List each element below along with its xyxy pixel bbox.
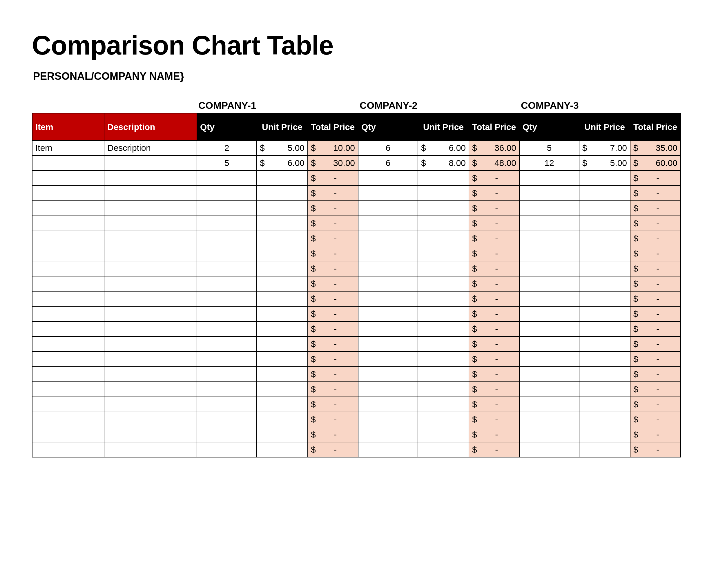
total-price-cell[interactable]: $-: [469, 352, 519, 367]
unit-price-cell[interactable]: $5.00: [579, 155, 630, 171]
qty-cell[interactable]: [197, 336, 257, 352]
unit-price-cell[interactable]: [579, 397, 630, 412]
unit-price-cell[interactable]: [418, 231, 469, 246]
qty-cell[interactable]: 6: [358, 155, 418, 171]
description-cell[interactable]: [104, 261, 197, 276]
qty-cell[interactable]: [197, 171, 257, 186]
total-price-cell[interactable]: $-: [469, 261, 519, 276]
item-cell[interactable]: [32, 412, 104, 427]
qty-cell[interactable]: [197, 186, 257, 201]
qty-cell[interactable]: [519, 216, 579, 231]
total-price-cell[interactable]: $-: [308, 261, 358, 276]
qty-cell[interactable]: [197, 382, 257, 397]
unit-price-cell[interactable]: [418, 367, 469, 382]
total-price-cell[interactable]: $-: [469, 397, 519, 412]
description-cell[interactable]: [104, 216, 197, 231]
unit-price-cell[interactable]: [257, 427, 308, 442]
qty-cell[interactable]: [197, 276, 257, 291]
unit-price-cell[interactable]: [418, 442, 469, 457]
qty-cell[interactable]: 12: [519, 155, 579, 171]
total-price-cell[interactable]: $48.00: [469, 155, 519, 171]
qty-cell[interactable]: [358, 186, 418, 201]
total-price-cell[interactable]: $-: [630, 246, 681, 261]
total-price-cell[interactable]: $-: [630, 412, 681, 427]
item-cell[interactable]: [32, 367, 104, 382]
total-price-cell[interactable]: $-: [308, 231, 358, 246]
qty-cell[interactable]: [197, 261, 257, 276]
total-price-cell[interactable]: $-: [308, 216, 358, 231]
total-price-cell[interactable]: $-: [308, 427, 358, 442]
qty-cell[interactable]: [358, 291, 418, 306]
total-price-cell[interactable]: $-: [469, 442, 519, 457]
qty-cell[interactable]: [519, 171, 579, 186]
total-price-cell[interactable]: $-: [630, 336, 681, 352]
qty-cell[interactable]: [519, 412, 579, 427]
total-price-cell[interactable]: $-: [469, 306, 519, 321]
total-price-cell[interactable]: $-: [308, 246, 358, 261]
total-price-cell[interactable]: $-: [469, 336, 519, 352]
qty-cell[interactable]: [519, 201, 579, 216]
unit-price-cell[interactable]: [579, 352, 630, 367]
description-cell[interactable]: [104, 291, 197, 306]
total-price-cell[interactable]: $35.00: [630, 141, 681, 155]
description-cell[interactable]: [104, 352, 197, 367]
qty-cell[interactable]: [358, 412, 418, 427]
item-cell[interactable]: [32, 231, 104, 246]
qty-cell[interactable]: [358, 352, 418, 367]
description-cell[interactable]: [104, 321, 197, 336]
total-price-cell[interactable]: $-: [469, 291, 519, 306]
description-cell[interactable]: [104, 397, 197, 412]
qty-cell[interactable]: [358, 321, 418, 336]
qty-cell[interactable]: [197, 412, 257, 427]
item-cell[interactable]: [32, 171, 104, 186]
qty-cell[interactable]: [358, 261, 418, 276]
unit-price-cell[interactable]: $6.00: [257, 155, 308, 171]
qty-cell[interactable]: [197, 321, 257, 336]
unit-price-cell[interactable]: [418, 306, 469, 321]
qty-cell[interactable]: [197, 306, 257, 321]
unit-price-cell[interactable]: [579, 216, 630, 231]
unit-price-cell[interactable]: [257, 367, 308, 382]
total-price-cell[interactable]: $-: [469, 382, 519, 397]
total-price-cell[interactable]: $-: [308, 171, 358, 186]
description-cell[interactable]: [104, 442, 197, 457]
unit-price-cell[interactable]: [418, 412, 469, 427]
unit-price-cell[interactable]: [257, 352, 308, 367]
qty-cell[interactable]: [197, 352, 257, 367]
item-cell[interactable]: [32, 336, 104, 352]
item-cell[interactable]: [32, 306, 104, 321]
total-price-cell[interactable]: $-: [630, 171, 681, 186]
unit-price-cell[interactable]: $6.00: [418, 141, 469, 155]
unit-price-cell[interactable]: [257, 186, 308, 201]
total-price-cell[interactable]: $-: [469, 412, 519, 427]
unit-price-cell[interactable]: [579, 427, 630, 442]
unit-price-cell[interactable]: [579, 442, 630, 457]
qty-cell[interactable]: [519, 261, 579, 276]
unit-price-cell[interactable]: [579, 186, 630, 201]
qty-cell[interactable]: [519, 442, 579, 457]
item-cell[interactable]: [32, 291, 104, 306]
qty-cell[interactable]: [358, 216, 418, 231]
item-cell[interactable]: [32, 397, 104, 412]
total-price-cell[interactable]: $-: [469, 171, 519, 186]
total-price-cell[interactable]: $-: [308, 442, 358, 457]
total-price-cell[interactable]: $36.00: [469, 141, 519, 155]
total-price-cell[interactable]: $-: [630, 186, 681, 201]
qty-cell[interactable]: [519, 336, 579, 352]
total-price-cell[interactable]: $-: [630, 367, 681, 382]
qty-cell[interactable]: [519, 367, 579, 382]
total-price-cell[interactable]: $-: [630, 442, 681, 457]
unit-price-cell[interactable]: [257, 171, 308, 186]
description-cell[interactable]: [104, 367, 197, 382]
qty-cell[interactable]: [519, 231, 579, 246]
unit-price-cell[interactable]: [418, 186, 469, 201]
qty-cell[interactable]: 5: [197, 155, 257, 171]
qty-cell[interactable]: [358, 442, 418, 457]
unit-price-cell[interactable]: $7.00: [579, 141, 630, 155]
unit-price-cell[interactable]: [257, 216, 308, 231]
item-cell[interactable]: [32, 186, 104, 201]
unit-price-cell[interactable]: [257, 246, 308, 261]
qty-cell[interactable]: [519, 427, 579, 442]
unit-price-cell[interactable]: [579, 291, 630, 306]
unit-price-cell[interactable]: [579, 171, 630, 186]
